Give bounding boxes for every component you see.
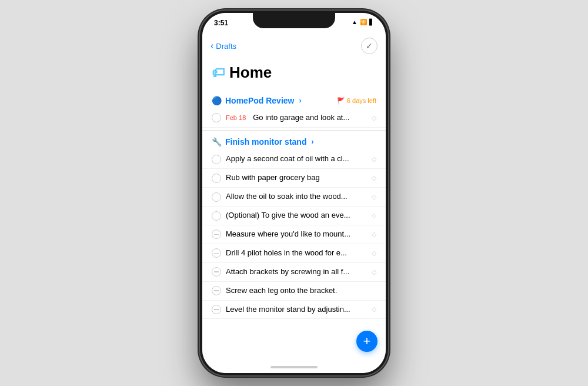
- notch: [253, 13, 335, 28]
- monitor-arrow-icon: ›: [311, 138, 313, 146]
- back-button[interactable]: ‹ Drafts: [211, 41, 236, 51]
- content-area[interactable]: 🔵 HomePod Review › 🚩 6 days left Feb 18 …: [202, 91, 386, 361]
- task-checkbox[interactable]: [212, 211, 221, 221]
- task-text: Apply a second coat of oil with a cl...: [226, 154, 367, 164]
- task-flag-icon: ◇: [372, 305, 376, 313]
- homepod-badge: 🚩 6 days left: [337, 97, 376, 105]
- task-item[interactable]: Apply a second coat of oil with a cl... …: [202, 150, 386, 169]
- add-task-button[interactable]: +: [356, 331, 377, 352]
- task-item[interactable]: Drill 4 pilot holes in the wood for e...…: [202, 244, 386, 263]
- task-text: Measure where you'd like to mount...: [226, 229, 367, 239]
- nav-bar: ‹ Drafts ✓: [202, 36, 386, 58]
- homepod-arrow-icon: ›: [299, 96, 301, 105]
- monitor-stand-label: Finish monitor stand: [225, 137, 306, 147]
- task-date: Feb 18: [226, 114, 246, 121]
- task-checkbox[interactable]: [212, 155, 221, 164]
- check-button[interactable]: ✓: [361, 38, 377, 54]
- add-icon: +: [363, 335, 371, 348]
- task-flag-icon: ◇: [372, 212, 376, 219]
- task-checkbox-partial[interactable]: [212, 248, 221, 258]
- task-flag-icon: ◇: [372, 114, 376, 122]
- back-arrow-icon: ‹: [211, 41, 213, 51]
- page-title: 🏷 Home: [212, 64, 376, 82]
- task-checkbox[interactable]: [212, 192, 221, 202]
- tag-icon: 🏷: [212, 65, 225, 81]
- task-checkbox-partial[interactable]: [212, 267, 221, 277]
- phone-screen: 3:51 ▲ 🛜 ▋ ‹ Drafts ✓ 🏷 Home: [202, 13, 386, 373]
- task-item[interactable]: Rub with paper grocery bag ◇: [202, 169, 386, 188]
- home-bar: [270, 366, 318, 368]
- flag-icon: 🚩: [337, 97, 345, 105]
- task-item[interactable]: Level the monitor stand by adjustin... ◇: [202, 301, 386, 320]
- task-checkbox[interactable]: [212, 174, 221, 183]
- phone-frame: 3:51 ▲ 🛜 ▋ ‹ Drafts ✓ 🏷 Home: [200, 11, 388, 375]
- status-icons: ▲ 🛜 ▋: [352, 19, 374, 25]
- task-flag-icon: ◇: [372, 174, 376, 182]
- task-flag-icon: ◇: [372, 249, 376, 257]
- task-text: Allow the oil to soak into the wood...: [226, 192, 367, 202]
- homepod-review-label: HomePod Review: [225, 96, 294, 105]
- task-flag-icon: ◇: [372, 193, 376, 201]
- task-checkbox-partial[interactable]: [212, 286, 221, 295]
- signal-icon: ▲: [352, 19, 358, 25]
- badge-text: 6 days left: [347, 97, 376, 104]
- homepod-icon: 🔵: [212, 96, 222, 105]
- task-item[interactable]: (Optional) To give the wood an eve... ◇: [202, 207, 386, 225]
- task-flag-icon: ◇: [372, 155, 376, 163]
- page-title-text: Home: [229, 64, 272, 82]
- task-checkbox-partial[interactable]: [212, 229, 221, 239]
- task-text: (Optional) To give the wood an eve...: [226, 211, 367, 221]
- monitor-stand-section-header[interactable]: 🔧 Finish monitor stand ›: [202, 132, 386, 150]
- homepod-review-title[interactable]: 🔵 HomePod Review ›: [212, 96, 301, 105]
- home-indicator: [202, 361, 386, 373]
- task-flag-icon: ◇: [372, 231, 376, 238]
- page-title-section: 🏷 Home: [202, 58, 386, 91]
- section-divider: [202, 130, 386, 131]
- task-item[interactable]: Allow the oil to soak into the wood... ◇: [202, 188, 386, 207]
- monitor-stand-title[interactable]: 🔧 Finish monitor stand ›: [212, 137, 313, 147]
- task-text: Level the monitor stand by adjustin...: [226, 305, 367, 315]
- task-text: Go into garage and look at...: [253, 113, 367, 123]
- battery-icon: ▋: [369, 19, 374, 25]
- task-checkbox[interactable]: [212, 113, 221, 122]
- task-item[interactable]: Attach brackets by screwing in all f... …: [202, 263, 386, 282]
- task-item[interactable]: Feb 18 Go into garage and look at... ◇: [202, 109, 386, 128]
- back-label: Drafts: [216, 42, 236, 51]
- check-icon: ✓: [366, 41, 373, 51]
- task-item[interactable]: Screw each leg onto the bracket.: [202, 282, 386, 301]
- monitor-icon: 🔧: [212, 137, 222, 147]
- task-text: Drill 4 pilot holes in the wood for e...: [226, 248, 367, 258]
- task-text: Attach brackets by screwing in all f...: [226, 267, 367, 277]
- task-item[interactable]: Measure where you'd like to mount... ◇: [202, 225, 386, 244]
- wifi-icon: 🛜: [360, 19, 367, 25]
- task-checkbox-partial[interactable]: [212, 305, 221, 314]
- task-flag-icon: ◇: [372, 268, 376, 276]
- status-time: 3:51: [214, 19, 228, 27]
- task-text: Rub with paper grocery bag: [226, 173, 367, 183]
- homepod-review-section-header[interactable]: 🔵 HomePod Review › 🚩 6 days left: [202, 91, 386, 109]
- task-text: Screw each leg onto the bracket.: [226, 286, 376, 296]
